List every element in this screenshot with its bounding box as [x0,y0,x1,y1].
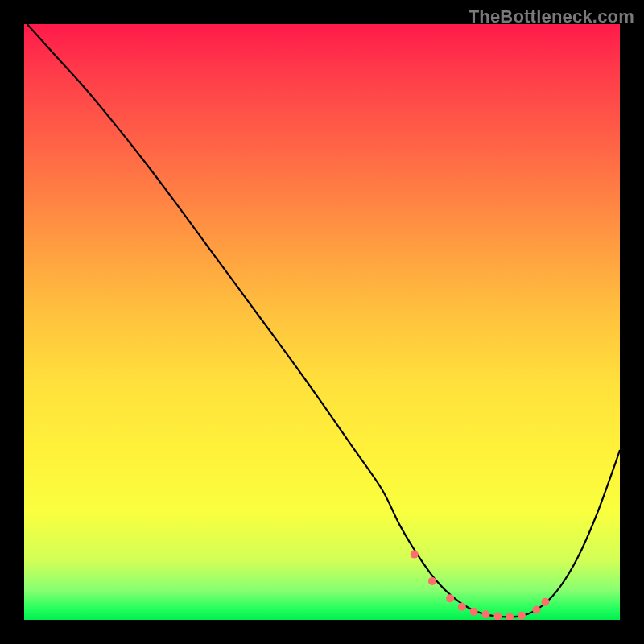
plot-area [24,24,620,620]
watermark-text: TheBottleneck.com [469,6,634,27]
gradient-background [24,24,620,620]
chart-container: TheBottleneck.com [0,0,644,644]
